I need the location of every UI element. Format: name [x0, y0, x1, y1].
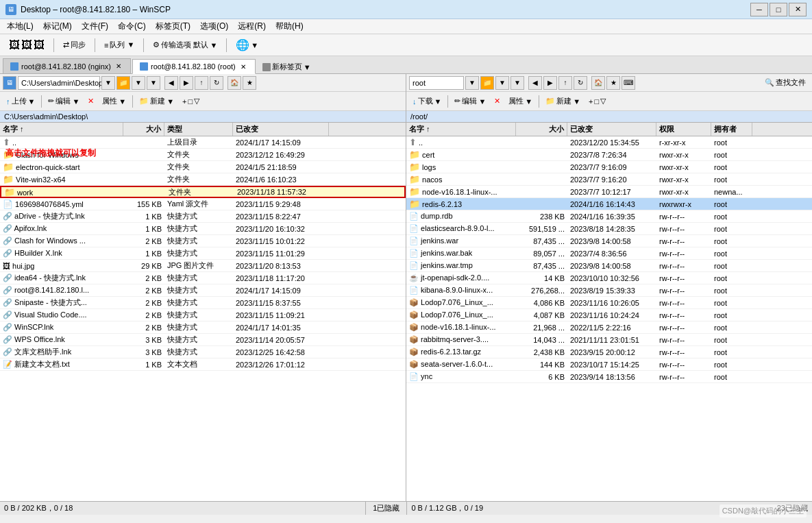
right-delete-button[interactable]: ✕	[491, 95, 504, 107]
menu-item-F[interactable]: 文件(F)	[77, 19, 112, 34]
left-back-btn[interactable]: ◀	[164, 76, 178, 90]
close-button[interactable]: ✕	[789, 3, 807, 16]
right-row-rabbitmq[interactable]: 📦 rabbitmq-server-3.... 14,043 ... 2021/…	[406, 334, 812, 346]
new-tab-button[interactable]: 新标签页 ▼	[257, 60, 317, 73]
left-row-vite[interactable]: 📁 Vite-win32-x64 文件夹 2024/1/6 16:10:23	[0, 173, 406, 186]
queue-button[interactable]: ≡ 队列 ▼	[99, 38, 139, 52]
left-row-yml[interactable]: 📄 1696984076845.yml 155 KB Yaml 源文件 2023…	[0, 198, 406, 210]
left-filter-icon[interactable]: ▼	[132, 76, 145, 90]
left-row-vscode[interactable]: 🔗 Visual Studio Code.... 2 KB 快捷方式 2023/…	[0, 309, 406, 321]
right-row-seata[interactable]: 📦 seata-server-1.6.0-t... 144 KB 2023/10…	[406, 358, 812, 371]
right-filter-icon[interactable]: ▼	[495, 76, 509, 90]
globe-button[interactable]: 🌐 ▼	[231, 36, 263, 53]
right-row-logs[interactable]: 📁 logs 2023/7/7 9:16:09 rwxr-xr-x root	[406, 161, 812, 173]
right-refresh-btn[interactable]: ↻	[574, 76, 587, 90]
left-row-wenku[interactable]: 🔗 文库文档助手.lnk 3 KB 快捷方式 2023/12/25 16:42:…	[0, 346, 406, 358]
left-row-electron[interactable]: 📁 electron-quick-start 文件夹 2024/1/5 21:1…	[0, 161, 406, 173]
right-row-ync[interactable]: 📄 ync 6 KB 2023/9/14 18:13:56 rw-r--r-- …	[406, 371, 812, 383]
right-file-list[interactable]: 名字 ↑ 大小 已改变 权限 拥有者 ⬆ .. 2023/12/20 15:34…	[406, 123, 812, 501]
left-new-button[interactable]: 📁 新建 ▼	[136, 95, 177, 108]
left-nav-dropdown[interactable]: ▼	[147, 76, 160, 90]
menu-item-M[interactable]: 标记(M)	[39, 19, 76, 34]
left-col-name[interactable]: 名字 ↑	[0, 123, 123, 136]
right-row-dump[interactable]: 📄 dump.rdb 238 KB 2024/1/16 16:39:35 rw-…	[406, 210, 812, 223]
left-nav-icon[interactable]: 🖥	[3, 76, 16, 90]
right-path-dropdown[interactable]: ▼	[465, 76, 479, 90]
right-nav-dropdown[interactable]: ▼	[510, 76, 524, 90]
left-up-btn[interactable]: ↑	[195, 76, 208, 90]
left-row-clash-folder[interactable]: 📁 Clash for Windows 高击文件拖拽就可以复制 文件夹 2023…	[0, 149, 406, 161]
menu-item-L[interactable]: 本地(L)	[3, 19, 38, 34]
right-col-owner[interactable]: 拥有者	[711, 123, 752, 136]
right-row-node-archive[interactable]: 📦 node-v16.18.1-linux-... 21,968 ... 202…	[406, 321, 812, 334]
right-back-btn[interactable]: ◀	[528, 76, 542, 90]
right-row-lodop1[interactable]: 📦 Lodop7.076_Linux_... 4,086 KB 2023/11/…	[406, 297, 812, 309]
left-file-list[interactable]: 名字 ↑ 大小 类型 已改变 ⬆ .. 上级目录 2024/1/17 14:15…	[0, 123, 406, 501]
menu-item-R[interactable]: 远程(R)	[234, 19, 270, 34]
tab-nginx[interactable]: root@8.141.82.180 (nginx) ✕	[3, 58, 131, 73]
right-forward-btn[interactable]: ▶	[543, 76, 557, 90]
left-col-date[interactable]: 已改变	[233, 123, 329, 136]
left-forward-btn[interactable]: ▶	[180, 76, 193, 90]
right-row-redis-tar[interactable]: 📦 redis-6.2.13.tar.gz 2,438 KB 2023/9/15…	[406, 346, 812, 358]
find-files-button[interactable]: 🔍 查找文件	[761, 76, 809, 89]
menu-item-H[interactable]: 帮助(H)	[271, 19, 308, 34]
left-delete-button[interactable]: ✕	[84, 95, 97, 107]
download-button[interactable]: ↓ 下载 ▼	[409, 95, 445, 108]
menu-item-C[interactable]: 命令(C)	[114, 19, 150, 34]
left-refresh-btn[interactable]: ↻	[210, 76, 223, 90]
menu-item-T[interactable]: 标签页(T)	[151, 19, 195, 34]
left-folder-icon[interactable]: 📁	[116, 76, 130, 90]
left-props-button[interactable]: 属性 ▼	[99, 95, 130, 108]
left-row-wps[interactable]: 🔗 WPS Office.lnk 3 KB 快捷方式 2023/11/14 20…	[0, 334, 406, 346]
transfer-options-button[interactable]: ⚙ 传输选项 默认 ▼	[148, 38, 222, 52]
right-row-jenkins-tmp[interactable]: 📄 jenkins.war.tmp 87,435 ... 2023/9/8 14…	[406, 260, 812, 272]
left-col-type[interactable]: 类型	[164, 123, 233, 136]
right-row-elastic[interactable]: 📄 elasticsearch-8.9.0-l... 591,519 ... 2…	[406, 223, 812, 235]
right-col-perm[interactable]: 权限	[656, 123, 711, 136]
right-view-buttons[interactable]: + □ ▽	[585, 95, 609, 107]
left-row-snipaste[interactable]: 🔗 Snipaste - 快捷方式... 2 KB 快捷方式 2023/11/1…	[0, 297, 406, 309]
right-row-jt[interactable]: ☕ jt-openapi-sdk-2.0.... 14 KB 2023/10/1…	[406, 272, 812, 284]
sync-button[interactable]: ⇄ 同步	[58, 38, 90, 52]
minimize-button[interactable]: ─	[750, 3, 768, 16]
left-home-btn[interactable]: 🏠	[227, 76, 241, 90]
right-row-node-folder[interactable]: 📁 node-v16.18.1-linux-... 2023/7/7 10:12…	[406, 186, 812, 198]
left-row-winscp[interactable]: 🔗 WinSCP.lnk 2 KB 快捷方式 2024/1/17 14:01:3…	[0, 321, 406, 334]
left-row-adrive[interactable]: 🔗 aDrive - 快捷方式.lnk 1 KB 快捷方式 2023/11/15…	[0, 210, 406, 223]
right-home-btn[interactable]: 🏠	[591, 76, 605, 90]
right-col-size[interactable]: 大小	[516, 123, 567, 136]
right-props-button[interactable]: 属性 ▼	[505, 95, 536, 108]
right-row-lodop2[interactable]: 📦 Lodop7.076_Linux_... 4,087 KB 2023/11/…	[406, 309, 812, 321]
right-new-button[interactable]: 📁 新建 ▼	[542, 95, 584, 108]
left-edit-button[interactable]: ✏ 编辑 ▼	[45, 95, 83, 108]
right-row-kibana[interactable]: 📄 kibana-8.9.0-linux-x... 276,268... 202…	[406, 284, 812, 297]
left-view-buttons[interactable]: + □ ▽	[179, 95, 203, 107]
left-col-size[interactable]: 大小	[123, 123, 164, 136]
left-row-hui[interactable]: 🖼 hui.jpg 29 KB JPG 图片文件 2023/11/20 8:13…	[0, 260, 406, 272]
left-path-combo[interactable]: C:\Users\admin\Desktop\	[18, 76, 100, 90]
right-folder-icon[interactable]: 📁	[480, 76, 494, 90]
right-col-date[interactable]: 已改变	[567, 123, 656, 136]
menu-item-O[interactable]: 选项(O)	[196, 19, 232, 34]
maximize-button[interactable]: □	[770, 3, 787, 16]
left-row-apifox[interactable]: 🔗 Apifox.lnk 1 KB 快捷方式 2023/11/20 16:10:…	[0, 223, 406, 235]
left-row-newtext[interactable]: 📝 新建文本文档.txt 1 KB 文本文档 2023/12/26 17:01:…	[0, 358, 406, 371]
left-path-dropdown[interactable]: ▼	[101, 76, 115, 90]
tab-root-close[interactable]: ✕	[238, 62, 248, 71]
left-row-idea[interactable]: 🔗 idea64 - 快捷方式.lnk 2 KB 快捷方式 2023/11/18…	[0, 272, 406, 284]
tab-root[interactable]: root@8.141.82.180 (root) ✕	[132, 59, 256, 74]
right-row-nacos[interactable]: 📁 nacos 2023/7/7 9:16:20 rwxr-xr-x root	[406, 173, 812, 186]
right-col-name[interactable]: 名字 ↑	[406, 123, 516, 136]
right-up-btn[interactable]: ↑	[558, 76, 572, 90]
tab-nginx-close[interactable]: ✕	[114, 62, 123, 71]
left-row-clash-shortcut[interactable]: 🔗 Clash for Windows ... 2 KB 快捷方式 2023/1…	[0, 235, 406, 247]
left-row-work[interactable]: 📁 work 文件夹 2023/11/18 11:57:32	[0, 186, 406, 198]
right-row-cert[interactable]: 📁 cert 2023/7/8 7:26:34 rwxr-xr-x root	[406, 149, 812, 161]
left-bookmark-btn[interactable]: ★	[243, 76, 256, 90]
toolbar-icons-left[interactable]: 🖼 🖼 🖼	[4, 37, 49, 53]
left-row-up[interactable]: ⬆ .. 上级目录 2024/1/17 14:15:09	[0, 136, 406, 149]
right-row-jenkins[interactable]: 📄 jenkins.war 87,435 ... 2023/9/8 14:00:…	[406, 235, 812, 247]
right-path-combo[interactable]: root	[409, 76, 464, 90]
right-bookmark-btn[interactable]: ★	[606, 76, 620, 90]
